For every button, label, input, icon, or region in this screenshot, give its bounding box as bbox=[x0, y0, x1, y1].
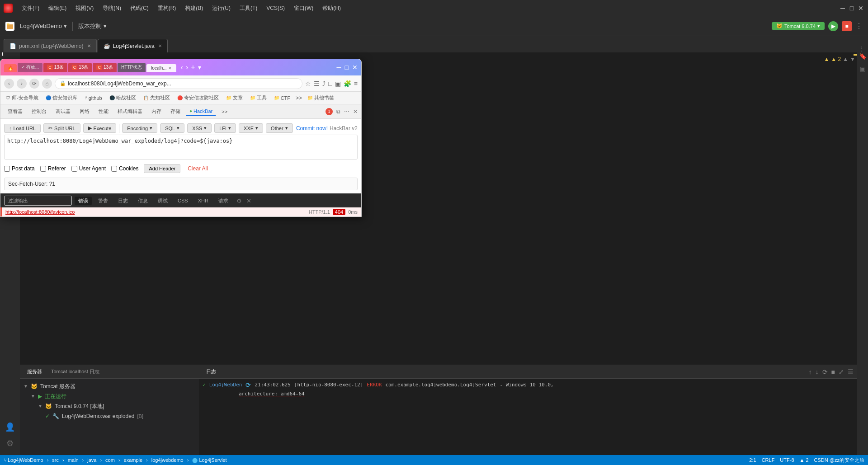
browser-maximize[interactable]: □ bbox=[345, 64, 349, 71]
minimize-button[interactable]: ─ bbox=[839, 5, 846, 12]
dt-storage[interactable]: 存储 bbox=[167, 107, 184, 116]
hackbar-url-field[interactable] bbox=[4, 135, 358, 160]
dt-performance[interactable]: 性能 bbox=[95, 107, 112, 116]
expand-icon-3[interactable]: ▼ bbox=[38, 402, 42, 410]
bm-articles[interactable]: 📁 文章 bbox=[224, 94, 245, 102]
bm-more-icon[interactable]: >> bbox=[296, 95, 302, 101]
log-refresh-icon[interactable]: ⟳ bbox=[822, 368, 828, 376]
xxe-button[interactable]: XXE ▾ bbox=[239, 123, 263, 133]
close-button[interactable]: ✕ bbox=[857, 5, 864, 12]
add-header-button[interactable]: Add Header bbox=[144, 164, 180, 173]
browser-home-button[interactable]: ⌂ bbox=[42, 79, 52, 89]
console-tab-debug[interactable]: 调试 bbox=[154, 197, 171, 205]
status-position[interactable]: 2:1 bbox=[749, 457, 756, 463]
dt-hackbar[interactable]: ● HackBar bbox=[186, 107, 216, 116]
menu-view[interactable]: 视图(V) bbox=[72, 3, 97, 14]
bm-ctf[interactable]: 📁 CTF bbox=[272, 94, 292, 102]
console-tab-css[interactable]: CSS bbox=[174, 197, 192, 204]
referer-check-input[interactable] bbox=[40, 166, 46, 172]
dt-style-editor[interactable]: 样式编辑器 bbox=[114, 107, 146, 116]
activity-account[interactable]: 👤 bbox=[2, 419, 18, 435]
status-encoding[interactable]: UTF-8 bbox=[780, 457, 794, 463]
toolbar-vcs[interactable]: 版本控制 ▾ bbox=[78, 22, 107, 30]
menu-run[interactable]: 运行(U) bbox=[208, 3, 234, 14]
sql-button[interactable]: SQL ▾ bbox=[160, 123, 184, 133]
new-tab-icon[interactable]: + bbox=[191, 63, 195, 71]
expand-icon[interactable]: ▼ bbox=[24, 382, 28, 390]
lfi-button[interactable]: LFI ▾ bbox=[214, 123, 236, 133]
other-button[interactable]: Other ▾ bbox=[266, 123, 293, 133]
screenshot-icon[interactable]: □ bbox=[328, 80, 332, 87]
dt-memory[interactable]: 内存 bbox=[148, 107, 165, 116]
menu-navigate[interactable]: 导航(N) bbox=[99, 3, 125, 14]
browser-tab-c1[interactable]: C 13条 bbox=[43, 63, 67, 72]
side-bookmark-icon[interactable]: 🔖 bbox=[859, 52, 867, 60]
console-tab-xhr[interactable]: XHR bbox=[194, 197, 212, 204]
activity-settings[interactable]: ⚙ bbox=[2, 435, 18, 451]
bm-xianzhi[interactable]: 📋 先知社区 bbox=[142, 94, 172, 102]
browser-tab-c2[interactable]: C 13条 bbox=[68, 63, 92, 72]
dt-undock-icon[interactable]: ⧉ bbox=[336, 108, 340, 115]
share-icon[interactable]: ⤴ bbox=[322, 80, 326, 87]
console-tab-logs[interactable]: 日志 bbox=[114, 197, 132, 205]
deploy-tab-log[interactable]: Tomcat localhost 日志 bbox=[47, 367, 103, 376]
stop-button[interactable]: ■ bbox=[842, 21, 852, 31]
user-agent-check-input[interactable] bbox=[71, 166, 77, 172]
console-tab-errors[interactable]: 错误 bbox=[75, 197, 92, 205]
post-data-check-input[interactable] bbox=[4, 166, 10, 172]
tab-log4jservlet[interactable]: ☕ Log4jServlet.java ✕ bbox=[98, 39, 168, 52]
prev-tab-icon[interactable]: ‹ bbox=[181, 63, 183, 71]
log-stop-icon[interactable]: ■ bbox=[831, 368, 835, 376]
cookies-check-input[interactable] bbox=[111, 166, 117, 172]
side-sidebar-right-icon[interactable]: ▣ bbox=[860, 65, 866, 72]
dt-more[interactable]: >> bbox=[218, 108, 231, 116]
menu-edit[interactable]: 编辑(E) bbox=[45, 3, 70, 14]
console-close-icon[interactable]: ✕ bbox=[246, 197, 251, 204]
bm-other-bookmarks[interactable]: 📁 其他书签 bbox=[306, 94, 336, 102]
tab-list-icon[interactable]: ▾ bbox=[198, 64, 201, 71]
extensions-icon[interactable]: 🧩 bbox=[344, 80, 351, 87]
cookies-checkbox[interactable]: Cookies bbox=[111, 165, 138, 172]
dt-close-icon[interactable]: ✕ bbox=[353, 108, 358, 115]
menu-tools[interactable]: 工具(T) bbox=[236, 3, 261, 14]
bm-security[interactable]: 🛡 师-安全导航 bbox=[4, 94, 40, 102]
sidebar-icon[interactable]: ▣ bbox=[335, 80, 341, 87]
execute-button[interactable]: ▶ Execute bbox=[83, 123, 117, 133]
status-crlf[interactable]: CRLF bbox=[762, 457, 775, 463]
dt-overflow-icon[interactable]: ⋯ bbox=[344, 108, 349, 115]
tomcat-run-button[interactable]: 🐱 Tomcat 9.0.74 ▾ bbox=[772, 22, 825, 30]
browser-address-field[interactable]: 🔒 localhost:8080/Log4jWebDemo_war_exp... bbox=[55, 78, 302, 89]
next-tab-icon[interactable]: › bbox=[186, 63, 188, 71]
dt-console[interactable]: 控制台 bbox=[28, 107, 50, 116]
tab-pom-xml[interactable]: 📄 pom.xml (Log4jWebDemo) ✕ bbox=[4, 39, 97, 52]
xss-button[interactable]: XSS ▾ bbox=[187, 123, 212, 133]
console-tab-requests[interactable]: 请求 bbox=[215, 197, 232, 205]
bm-qianxin[interactable]: 🔴 奇安信攻防社区 bbox=[175, 94, 221, 102]
log-expand-icon[interactable]: ⤢ bbox=[839, 368, 844, 376]
log-settings-icon[interactable]: ☰ bbox=[848, 368, 854, 376]
browser-tab-active[interactable]: localh... ✕ bbox=[146, 64, 176, 72]
menu-refactor[interactable]: 重构(R) bbox=[154, 3, 180, 14]
toolbar-project[interactable]: Log4jWebDemo ▾ bbox=[20, 23, 67, 29]
browser-close[interactable]: ✕ bbox=[352, 64, 358, 71]
more-icon[interactable]: ≡ bbox=[354, 80, 358, 87]
status-project[interactable]: ⑂ Log4jWebDemo bbox=[4, 457, 43, 463]
folder-icon[interactable] bbox=[5, 22, 14, 31]
browser-forward-button[interactable]: › bbox=[17, 79, 27, 89]
pom-xml-close-icon[interactable]: ✕ bbox=[87, 43, 91, 48]
tab-more-icon[interactable]: ⋮ bbox=[858, 45, 864, 52]
browser-refresh-button[interactable]: ⟳ bbox=[29, 79, 39, 89]
dt-debugger[interactable]: 调试器 bbox=[52, 107, 74, 116]
post-data-checkbox[interactable]: Post data bbox=[4, 165, 35, 172]
bm-github[interactable]: ⑂ github bbox=[83, 94, 104, 102]
menu-window[interactable]: 窗口(W) bbox=[290, 3, 317, 14]
load-url-button[interactable]: ↑ Load URL bbox=[4, 124, 41, 133]
browser-tab-flame[interactable]: 🔥 bbox=[4, 64, 17, 72]
browser-tab-valid[interactable]: ✓ 有效... bbox=[18, 63, 42, 72]
menu-build[interactable]: 构建(B) bbox=[181, 3, 207, 14]
user-agent-checkbox[interactable]: User Agent bbox=[71, 165, 106, 172]
menu-code[interactable]: 代码(C) bbox=[127, 3, 152, 14]
log-down-icon[interactable]: ↓ bbox=[816, 368, 819, 376]
bm-dark-war[interactable]: 🌑 暗战社区 bbox=[108, 94, 138, 102]
bm-tools[interactable]: 📁 工具 bbox=[248, 94, 269, 102]
